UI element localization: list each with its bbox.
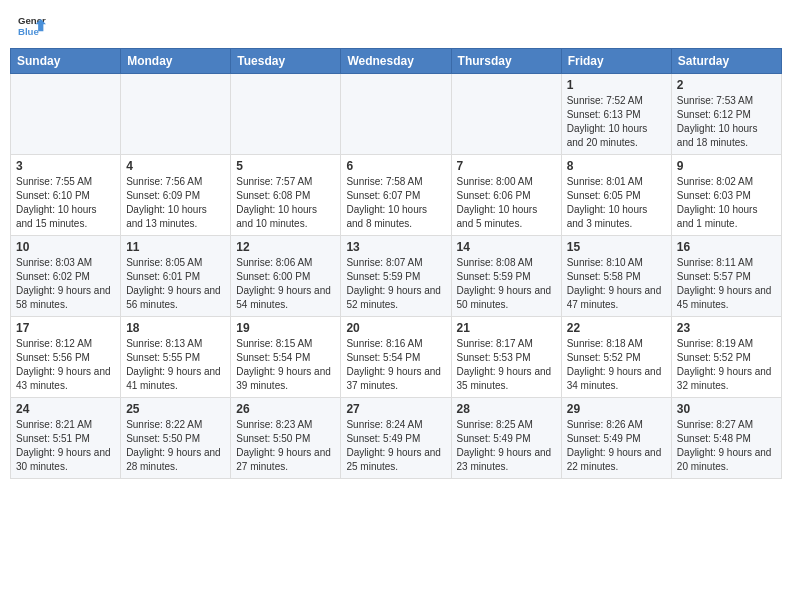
calendar-week-1: 1Sunrise: 7:52 AM Sunset: 6:13 PM Daylig… bbox=[11, 74, 782, 155]
calendar-header: SundayMondayTuesdayWednesdayThursdayFrid… bbox=[11, 49, 782, 74]
day-number: 2 bbox=[677, 78, 776, 92]
calendar-cell bbox=[341, 74, 451, 155]
day-info: Sunrise: 8:13 AM Sunset: 5:55 PM Dayligh… bbox=[126, 337, 225, 393]
day-info: Sunrise: 8:05 AM Sunset: 6:01 PM Dayligh… bbox=[126, 256, 225, 312]
calendar-cell: 2Sunrise: 7:53 AM Sunset: 6:12 PM Daylig… bbox=[671, 74, 781, 155]
day-info: Sunrise: 7:58 AM Sunset: 6:07 PM Dayligh… bbox=[346, 175, 445, 231]
calendar-cell: 27Sunrise: 8:24 AM Sunset: 5:49 PM Dayli… bbox=[341, 398, 451, 479]
day-number: 27 bbox=[346, 402, 445, 416]
calendar-cell: 9Sunrise: 8:02 AM Sunset: 6:03 PM Daylig… bbox=[671, 155, 781, 236]
calendar-cell: 16Sunrise: 8:11 AM Sunset: 5:57 PM Dayli… bbox=[671, 236, 781, 317]
day-info: Sunrise: 8:25 AM Sunset: 5:49 PM Dayligh… bbox=[457, 418, 556, 474]
day-info: Sunrise: 7:55 AM Sunset: 6:10 PM Dayligh… bbox=[16, 175, 115, 231]
calendar-cell: 18Sunrise: 8:13 AM Sunset: 5:55 PM Dayli… bbox=[121, 317, 231, 398]
day-number: 21 bbox=[457, 321, 556, 335]
day-info: Sunrise: 8:11 AM Sunset: 5:57 PM Dayligh… bbox=[677, 256, 776, 312]
day-info: Sunrise: 8:01 AM Sunset: 6:05 PM Dayligh… bbox=[567, 175, 666, 231]
calendar-cell: 4Sunrise: 7:56 AM Sunset: 6:09 PM Daylig… bbox=[121, 155, 231, 236]
page-header: General Blue bbox=[0, 0, 792, 44]
calendar-week-2: 3Sunrise: 7:55 AM Sunset: 6:10 PM Daylig… bbox=[11, 155, 782, 236]
day-info: Sunrise: 8:18 AM Sunset: 5:52 PM Dayligh… bbox=[567, 337, 666, 393]
calendar-cell bbox=[121, 74, 231, 155]
logo-icon: General Blue bbox=[18, 12, 46, 40]
day-info: Sunrise: 8:08 AM Sunset: 5:59 PM Dayligh… bbox=[457, 256, 556, 312]
header-day-thursday: Thursday bbox=[451, 49, 561, 74]
day-number: 14 bbox=[457, 240, 556, 254]
day-number: 23 bbox=[677, 321, 776, 335]
logo: General Blue bbox=[18, 12, 46, 40]
day-info: Sunrise: 8:15 AM Sunset: 5:54 PM Dayligh… bbox=[236, 337, 335, 393]
calendar-cell: 19Sunrise: 8:15 AM Sunset: 5:54 PM Dayli… bbox=[231, 317, 341, 398]
day-info: Sunrise: 7:56 AM Sunset: 6:09 PM Dayligh… bbox=[126, 175, 225, 231]
day-number: 6 bbox=[346, 159, 445, 173]
day-number: 3 bbox=[16, 159, 115, 173]
day-info: Sunrise: 8:19 AM Sunset: 5:52 PM Dayligh… bbox=[677, 337, 776, 393]
calendar-table: SundayMondayTuesdayWednesdayThursdayFrid… bbox=[10, 48, 782, 479]
day-number: 5 bbox=[236, 159, 335, 173]
calendar-cell: 11Sunrise: 8:05 AM Sunset: 6:01 PM Dayli… bbox=[121, 236, 231, 317]
day-info: Sunrise: 8:21 AM Sunset: 5:51 PM Dayligh… bbox=[16, 418, 115, 474]
day-info: Sunrise: 7:57 AM Sunset: 6:08 PM Dayligh… bbox=[236, 175, 335, 231]
day-info: Sunrise: 8:17 AM Sunset: 5:53 PM Dayligh… bbox=[457, 337, 556, 393]
day-number: 24 bbox=[16, 402, 115, 416]
day-number: 13 bbox=[346, 240, 445, 254]
calendar-cell: 22Sunrise: 8:18 AM Sunset: 5:52 PM Dayli… bbox=[561, 317, 671, 398]
day-number: 4 bbox=[126, 159, 225, 173]
header-day-saturday: Saturday bbox=[671, 49, 781, 74]
day-number: 10 bbox=[16, 240, 115, 254]
day-number: 30 bbox=[677, 402, 776, 416]
header-day-wednesday: Wednesday bbox=[341, 49, 451, 74]
calendar-cell: 23Sunrise: 8:19 AM Sunset: 5:52 PM Dayli… bbox=[671, 317, 781, 398]
day-info: Sunrise: 8:02 AM Sunset: 6:03 PM Dayligh… bbox=[677, 175, 776, 231]
calendar-cell: 10Sunrise: 8:03 AM Sunset: 6:02 PM Dayli… bbox=[11, 236, 121, 317]
day-info: Sunrise: 7:53 AM Sunset: 6:12 PM Dayligh… bbox=[677, 94, 776, 150]
calendar-cell: 21Sunrise: 8:17 AM Sunset: 5:53 PM Dayli… bbox=[451, 317, 561, 398]
calendar-cell: 24Sunrise: 8:21 AM Sunset: 5:51 PM Dayli… bbox=[11, 398, 121, 479]
day-number: 22 bbox=[567, 321, 666, 335]
day-number: 7 bbox=[457, 159, 556, 173]
calendar-cell: 28Sunrise: 8:25 AM Sunset: 5:49 PM Dayli… bbox=[451, 398, 561, 479]
day-number: 26 bbox=[236, 402, 335, 416]
day-number: 12 bbox=[236, 240, 335, 254]
header-day-tuesday: Tuesday bbox=[231, 49, 341, 74]
day-number: 17 bbox=[16, 321, 115, 335]
calendar-cell: 6Sunrise: 7:58 AM Sunset: 6:07 PM Daylig… bbox=[341, 155, 451, 236]
day-info: Sunrise: 8:16 AM Sunset: 5:54 PM Dayligh… bbox=[346, 337, 445, 393]
header-day-sunday: Sunday bbox=[11, 49, 121, 74]
day-number: 28 bbox=[457, 402, 556, 416]
calendar-week-5: 24Sunrise: 8:21 AM Sunset: 5:51 PM Dayli… bbox=[11, 398, 782, 479]
day-number: 19 bbox=[236, 321, 335, 335]
day-info: Sunrise: 8:06 AM Sunset: 6:00 PM Dayligh… bbox=[236, 256, 335, 312]
day-info: Sunrise: 7:52 AM Sunset: 6:13 PM Dayligh… bbox=[567, 94, 666, 150]
calendar-week-3: 10Sunrise: 8:03 AM Sunset: 6:02 PM Dayli… bbox=[11, 236, 782, 317]
day-info: Sunrise: 8:12 AM Sunset: 5:56 PM Dayligh… bbox=[16, 337, 115, 393]
day-info: Sunrise: 8:26 AM Sunset: 5:49 PM Dayligh… bbox=[567, 418, 666, 474]
calendar-cell: 14Sunrise: 8:08 AM Sunset: 5:59 PM Dayli… bbox=[451, 236, 561, 317]
day-number: 29 bbox=[567, 402, 666, 416]
day-info: Sunrise: 8:23 AM Sunset: 5:50 PM Dayligh… bbox=[236, 418, 335, 474]
calendar-cell: 15Sunrise: 8:10 AM Sunset: 5:58 PM Dayli… bbox=[561, 236, 671, 317]
calendar-cell: 25Sunrise: 8:22 AM Sunset: 5:50 PM Dayli… bbox=[121, 398, 231, 479]
day-number: 16 bbox=[677, 240, 776, 254]
day-info: Sunrise: 8:10 AM Sunset: 5:58 PM Dayligh… bbox=[567, 256, 666, 312]
day-info: Sunrise: 8:07 AM Sunset: 5:59 PM Dayligh… bbox=[346, 256, 445, 312]
calendar-cell: 5Sunrise: 7:57 AM Sunset: 6:08 PM Daylig… bbox=[231, 155, 341, 236]
calendar-week-4: 17Sunrise: 8:12 AM Sunset: 5:56 PM Dayli… bbox=[11, 317, 782, 398]
calendar-body: 1Sunrise: 7:52 AM Sunset: 6:13 PM Daylig… bbox=[11, 74, 782, 479]
day-info: Sunrise: 8:24 AM Sunset: 5:49 PM Dayligh… bbox=[346, 418, 445, 474]
calendar-cell bbox=[451, 74, 561, 155]
calendar-cell bbox=[11, 74, 121, 155]
calendar-cell: 29Sunrise: 8:26 AM Sunset: 5:49 PM Dayli… bbox=[561, 398, 671, 479]
day-number: 1 bbox=[567, 78, 666, 92]
day-info: Sunrise: 8:03 AM Sunset: 6:02 PM Dayligh… bbox=[16, 256, 115, 312]
header-day-friday: Friday bbox=[561, 49, 671, 74]
day-number: 20 bbox=[346, 321, 445, 335]
day-number: 25 bbox=[126, 402, 225, 416]
calendar-cell: 3Sunrise: 7:55 AM Sunset: 6:10 PM Daylig… bbox=[11, 155, 121, 236]
calendar-cell: 13Sunrise: 8:07 AM Sunset: 5:59 PM Dayli… bbox=[341, 236, 451, 317]
day-info: Sunrise: 8:00 AM Sunset: 6:06 PM Dayligh… bbox=[457, 175, 556, 231]
calendar-cell: 1Sunrise: 7:52 AM Sunset: 6:13 PM Daylig… bbox=[561, 74, 671, 155]
calendar-cell: 30Sunrise: 8:27 AM Sunset: 5:48 PM Dayli… bbox=[671, 398, 781, 479]
calendar-cell: 26Sunrise: 8:23 AM Sunset: 5:50 PM Dayli… bbox=[231, 398, 341, 479]
day-number: 11 bbox=[126, 240, 225, 254]
